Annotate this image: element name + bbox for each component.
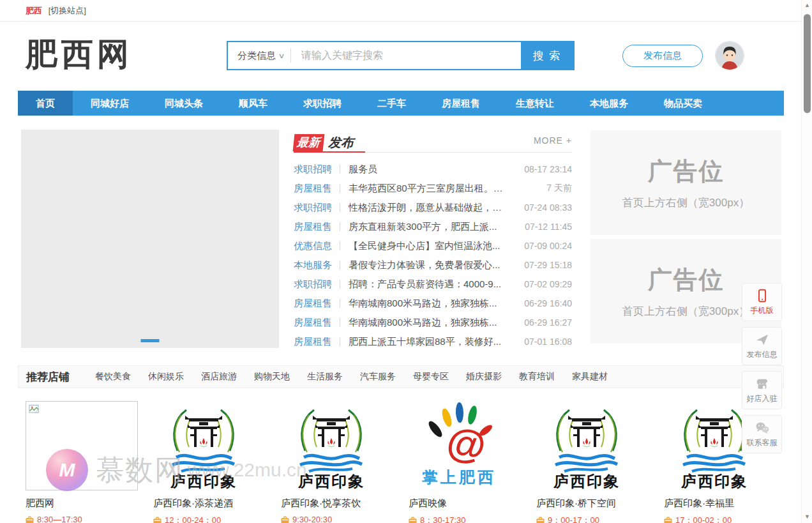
svg-text:庐西印象: 庐西印象 xyxy=(297,473,365,490)
shop-card[interactable]: @ 掌上肥西 庐西映像 8：30-17:30 xyxy=(409,401,536,523)
nav-item[interactable]: 生意转让 xyxy=(498,91,572,116)
ad-slot-title: 广告位 xyxy=(648,155,725,188)
shop-name[interactable]: 庐西印象·悦享茶饮 xyxy=(281,497,409,510)
post-title-link[interactable]: 招聘：产品专员薪资待遇：4000-9... xyxy=(349,278,518,291)
nav-item[interactable]: 同城好店 xyxy=(73,91,147,116)
post-row[interactable]: 房屋租售 房东直租新装300平方，肥西上派... 07-12 11:45 xyxy=(294,217,572,236)
post-row[interactable]: 房屋租售 华南城南800米马路边，独家独栋... 06-29 16:27 xyxy=(294,313,572,332)
post-title-link[interactable]: 房东直租新装300平方，肥西上派... xyxy=(349,221,518,233)
nav-item[interactable]: 物品买卖 xyxy=(646,91,720,116)
floating-tool-button[interactable]: 好店入驻 xyxy=(742,371,782,409)
search-category-select[interactable]: 分类信息 ∨ xyxy=(228,42,290,69)
post-category-link[interactable]: 本地服务 xyxy=(294,259,336,271)
post-category-link[interactable]: 房屋租售 xyxy=(294,298,336,310)
shop-category-tab[interactable]: 家具建材 xyxy=(572,371,608,383)
shop-name[interactable]: 庐西印象·桥下空间 xyxy=(536,497,664,510)
nav-item[interactable]: 同城头条 xyxy=(147,91,221,116)
shop-name[interactable]: 庐西映像 xyxy=(409,497,536,510)
business-hours-icon xyxy=(153,517,162,523)
post-title-link[interactable]: 性格活泼开朗，愿意从基础做起，… xyxy=(349,202,518,214)
shop-card[interactable]: 庐西印象 庐西印象·桥下空间 9：00-17：00 xyxy=(536,401,664,523)
shop-hours: 8:30—17:30 xyxy=(26,515,153,523)
shop-category-tab[interactable]: 母婴专区 xyxy=(413,371,449,383)
post-category-link[interactable]: 求职招聘 xyxy=(294,163,336,176)
post-title-link[interactable]: 华南城南800米马路边，独家独栋... xyxy=(349,317,518,329)
post-category-link[interactable]: 房屋租售 xyxy=(294,221,336,233)
post-title-link[interactable]: 华南城南800米马路边，独家独栋... xyxy=(349,298,518,310)
post-time: 7 天前 xyxy=(546,183,572,194)
ad-slot-top[interactable]: 广告位 首页上方右侧（宽300px） xyxy=(590,130,781,235)
post-category-link[interactable]: 优惠信息 xyxy=(294,240,336,252)
shop-hours-text: 9:30-20:30 xyxy=(292,515,332,523)
shop-image[interactable]: @ 掌上肥西 xyxy=(409,401,521,490)
post-title-link[interactable]: 肥西上派五十埠家园88平，装修好... xyxy=(349,336,518,348)
floating-tool-button[interactable]: 发布信息 xyxy=(742,327,782,365)
wechat-icon xyxy=(755,421,770,435)
post-category-link[interactable]: 房屋租售 xyxy=(294,183,336,195)
shop-card[interactable]: 庐西印象 庐西印象·添茶递酒 12：00-24：00 xyxy=(153,401,281,523)
business-hours-icon xyxy=(281,516,289,523)
site-logo[interactable]: 肥西网 xyxy=(26,33,133,76)
post-row[interactable]: 房屋租售 华南城南800米马路边，独家独栋... 06-29 16:40 xyxy=(294,294,572,313)
search-button[interactable]: 搜 索 xyxy=(521,42,573,69)
post-title-link[interactable]: 服务员 xyxy=(349,163,518,176)
post-title-link[interactable]: 暑假专注力体验课，免费暑假爱心... xyxy=(349,259,518,271)
post-row[interactable]: 求职招聘 服务员 08-17 23:14 xyxy=(294,160,572,179)
nav-item[interactable]: 二手车 xyxy=(359,91,424,116)
post-row[interactable]: 求职招聘 性格活泼开朗，愿意从基础做起，… 07-24 08:33 xyxy=(294,198,572,217)
nav-item[interactable]: 房屋租售 xyxy=(424,91,498,116)
search-input[interactable] xyxy=(291,42,521,69)
publish-info-button[interactable]: 发布信息 xyxy=(622,45,703,67)
shop-name[interactable]: 庐西印象·幸福里 xyxy=(664,497,792,510)
shop-category-tab[interactable]: 购物天地 xyxy=(254,371,290,383)
shop-image[interactable] xyxy=(26,401,138,490)
post-row[interactable]: 优惠信息 【全民健身中心店】室内恒温泳池... 07-09 00:24 xyxy=(294,236,572,255)
post-title-link[interactable]: 丰华苑西区80平方三室房屋出租。… xyxy=(349,183,540,195)
shop-hours-text: 9：00-17：00 xyxy=(548,515,599,523)
carousel-banner[interactable] xyxy=(21,130,279,348)
post-title-link[interactable]: 【全民健身中心店】室内恒温泳池... xyxy=(349,240,518,252)
post-row[interactable]: 房屋租售 肥西上派五十埠家园88平，装修好... 07-01 16:08 xyxy=(294,332,572,351)
shop-category-tab[interactable]: 休闲娱乐 xyxy=(148,371,184,383)
scroll-up-icon[interactable]: ▲ xyxy=(802,2,812,8)
more-link[interactable]: MORE + xyxy=(534,135,572,146)
floating-tool-button[interactable]: 手机版 xyxy=(742,283,782,321)
shop-category-tab[interactable]: 汽车服务 xyxy=(360,371,396,383)
shop-category-tab[interactable]: 婚庆摄影 xyxy=(466,371,502,383)
floating-tool-button[interactable]: 联系客服 xyxy=(742,415,782,453)
latest-posts-panel: 最新 发布 MORE + 求职招聘 服务员 08-17 23:14 房屋租售 丰… xyxy=(294,133,572,351)
business-hours-icon xyxy=(664,517,672,523)
shop-hours: 12：00-24：00 xyxy=(153,515,281,523)
shop-image[interactable]: 庐西印象 xyxy=(153,401,266,490)
shop-image[interactable]: 庐西印象 xyxy=(281,401,393,490)
shop-category-tab[interactable]: 教育培训 xyxy=(519,371,555,383)
post-category-link[interactable]: 房屋租售 xyxy=(294,317,336,329)
shop-card[interactable]: 肥西网 8:30—17:30 xyxy=(26,401,153,523)
current-site-link[interactable]: 肥西 xyxy=(26,6,42,15)
scrollbar-thumb[interactable] xyxy=(804,14,811,113)
shop-name[interactable]: 肥西网 xyxy=(26,497,153,510)
post-category-link[interactable]: 求职招聘 xyxy=(294,202,336,214)
shop-name[interactable]: 庐西印象·添茶递酒 xyxy=(153,497,281,510)
nav-item[interactable]: 顺风车 xyxy=(221,91,285,116)
post-row[interactable]: 房屋租售 丰华苑西区80平方三室房屋出租。… 7 天前 xyxy=(294,179,572,198)
scrollbar[interactable]: ▲ ▼ xyxy=(801,0,812,523)
broken-image-placeholder xyxy=(26,401,138,490)
nav-item[interactable]: 本地服务 xyxy=(572,91,646,116)
post-row[interactable]: 求职招聘 招聘：产品专员薪资待遇：4000-9... 07-02 09:29 xyxy=(294,275,572,294)
post-row[interactable]: 本地服务 暑假专注力体验课，免费暑假爱心... 07-29 15:18 xyxy=(294,255,572,275)
shop-category-tab[interactable]: 餐饮美食 xyxy=(95,371,131,383)
nav-item[interactable]: 首页 xyxy=(18,91,73,116)
carousel-indicator[interactable] xyxy=(141,339,160,342)
shop-category-tab[interactable]: 生活服务 xyxy=(307,371,343,383)
post-category-link[interactable]: 求职招聘 xyxy=(294,278,336,291)
shop-image[interactable]: 庐西印象 xyxy=(536,401,649,490)
switch-site-link[interactable]: [切换站点] xyxy=(49,6,86,15)
nav-item[interactable]: 求职招聘 xyxy=(285,91,359,116)
user-avatar[interactable] xyxy=(716,42,744,70)
scroll-down-icon[interactable]: ▼ xyxy=(802,513,812,520)
shop-card[interactable]: 庐西印象 庐西印象·悦享茶饮 9:30-20:30 xyxy=(281,401,409,523)
post-category-link[interactable]: 房屋租售 xyxy=(294,336,336,348)
shop-category-tab[interactable]: 酒店旅游 xyxy=(201,371,237,383)
floating-tool-label: 手机版 xyxy=(751,305,774,316)
